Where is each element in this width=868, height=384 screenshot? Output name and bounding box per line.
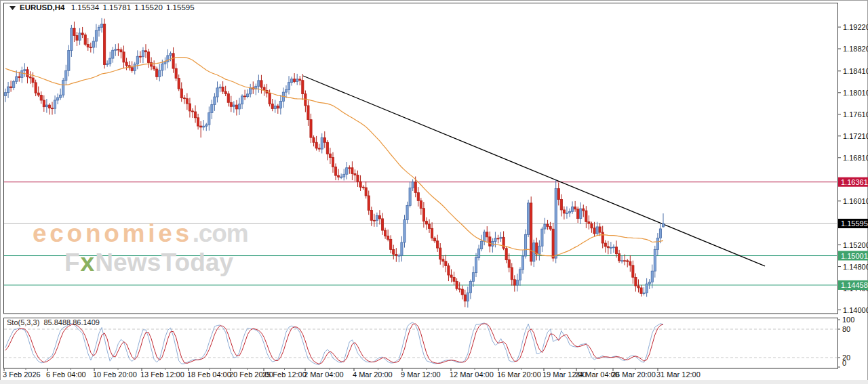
time-tick-label: 2 Mar 04:00 [304,370,344,379]
price-tick-label: 1.15200 [843,241,868,249]
time-tick-label: 18 Feb 04:00 [187,370,231,379]
time-tick-label: 16 Mar 20:00 [497,370,541,379]
symbol-label: EURUSD,H4 [20,3,65,12]
quote-low: 1.15520 [134,3,163,12]
watermark-brand: economies [33,219,190,247]
quote-high: 1.15781 [102,3,131,12]
quote-open: 1.15534 [71,3,100,12]
time-tick-label: 12 Mar 04:00 [450,370,494,379]
price-tick-label: 1.18820 [843,45,868,53]
time-tick-label: 6 Feb 04:00 [46,370,86,379]
time-tick-label: 25 Feb 12:00 [262,370,307,379]
price-tag-label: 1.15595 [841,219,868,228]
time-tick-label: 13 Feb 12:00 [140,370,184,379]
time-tick-label: 31 Mar 12:00 [656,370,701,379]
price-tick-label: 1.16010 [843,197,868,205]
window-bottom-strip [0,380,868,384]
quote-close: 1.15595 [166,3,195,12]
price-tick-label: 1.17610 [843,110,868,119]
price-tag-label: 1.16361 [841,178,868,186]
price-tick-label: 1.16810 [843,154,868,162]
stoch-axis-label: 80 [842,325,850,333]
price-tick-label: 1.14800 [843,263,868,271]
price-tick-label: 1.18010 [843,89,868,97]
watermark-tagline-x: x [81,249,96,276]
price-tick-label: 1.18410 [843,67,868,75]
time-tick-label: 10 Feb 20:00 [93,370,137,379]
watermark-tagline-rest: NewsToday [95,249,234,276]
chart-window: economies.com FxNewsToday 1.192201.18820… [0,0,868,384]
time-tick-label: 26 Mar 20:00 [612,370,656,379]
svg-text:EURUSD,H4 1.15534: EURUSD,H4 1.15534 1.15781 1.15520 1.1559… [20,3,195,12]
watermark-tagline-f: F [64,249,81,276]
time-tick-label: 4 Mar 20:00 [353,370,393,379]
stoch-axis-label: 100 [842,316,854,324]
time-tick-label: 3 Feb 2026 [3,370,41,379]
stochastic-label: Sto(5,3,3) 85.8488 86.1409 [7,318,100,326]
svg-text:FxNewsToday: FxNewsToday [64,249,234,276]
watermark-brand-suffix: .com [193,219,250,247]
price-tick-label: 1.19220 [843,23,868,31]
time-tick-label: 9 Mar 12:00 [401,370,441,379]
price-tag-label: 1.15001 [841,252,868,260]
stoch-axis-label: 0 [842,359,846,367]
price-tick-label: 1.14000 [843,306,868,314]
price-tick-label: 1.17210 [843,132,868,140]
price-tag-label: 1.14458 [841,281,868,289]
